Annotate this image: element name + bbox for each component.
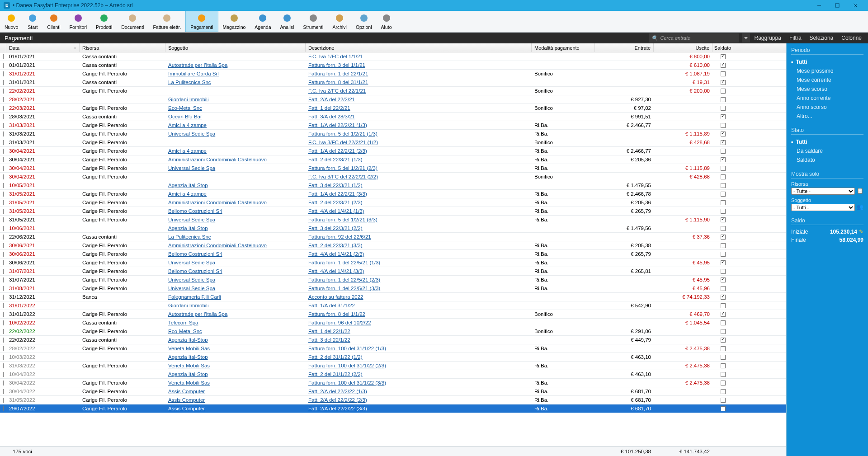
soggetto-picker-icon[interactable]: 👥 <box>857 204 863 210</box>
table-row[interactable]: 30/04/2022Carige Fil. PeraroloVeneta Mob… <box>0 379 786 387</box>
descrizione-link[interactable]: Fatt. 3/A del 28/3/21 <box>308 114 355 119</box>
row-checkbox[interactable] <box>3 320 4 325</box>
toolbar-prodotti[interactable]: Prodotti <box>91 11 117 32</box>
row-checkbox[interactable] <box>3 166 4 171</box>
row-checkbox[interactable] <box>3 252 4 257</box>
descrizione-link[interactable]: Fattura forn. 5 del 1/2/21 (1/3) <box>308 131 377 136</box>
col-soggetto[interactable]: Soggetto <box>165 43 306 52</box>
table-row[interactable]: 10/04/2022Agenzia Ital-StopFatt. 2 del 3… <box>0 370 786 379</box>
soggetto-link[interactable]: Giordani Immobili <box>168 303 208 308</box>
descrizione-link[interactable]: Fattura forn. 100 del 31/1/22 (1/3) <box>308 346 386 351</box>
saldato-checkbox[interactable] <box>721 235 726 240</box>
row-checkbox[interactable] <box>3 303 4 308</box>
soggetto-link[interactable]: Amici a 4 zampe <box>168 191 207 197</box>
row-checkbox[interactable] <box>3 63 4 68</box>
soggetto-link[interactable]: Universal Sedie Spa <box>168 286 215 291</box>
col-descrizione[interactable]: Descrizione <box>306 43 532 52</box>
sectionlink-filtra[interactable]: Filtra <box>789 35 802 41</box>
descrizione-link[interactable]: Fattura forn. 1 del 22/1/21 <box>308 71 368 76</box>
soggetto-link[interactable]: Falegnameria F.lli Carli <box>168 294 221 300</box>
saldato-checkbox[interactable] <box>721 97 726 102</box>
col-modalita[interactable]: Modalità pagamento <box>532 43 595 52</box>
row-checkbox[interactable] <box>3 312 4 317</box>
toolbar-nuovo[interactable]: Nuovo <box>0 11 23 32</box>
saldato-checkbox[interactable] <box>721 157 726 162</box>
table-row[interactable]: 10/02/2022Cassa contantiTelecom SpaFattu… <box>0 319 786 327</box>
table-row[interactable]: 30/06/2021Carige Fil. PeraroloUniversal … <box>0 259 786 267</box>
descrizione-link[interactable]: Fattura forn. 92 del 22/6/21 <box>308 234 371 240</box>
table-row[interactable]: 31/01/2022Giordani ImmobiliFatt. 1/A del… <box>0 301 786 310</box>
filter-item-saldato[interactable]: Saldato <box>791 155 863 165</box>
saldato-checkbox[interactable] <box>721 355 726 360</box>
sectionlink-colonne[interactable]: Colonne <box>841 35 862 41</box>
row-checkbox[interactable] <box>3 192 4 197</box>
descrizione-link[interactable]: Fattura forn. 1 del 22/5/21 (3/3) <box>308 286 380 291</box>
descrizione-link[interactable]: Fattura forn. 1 del 22/5/21 (1/3) <box>308 260 380 265</box>
saldato-checkbox[interactable] <box>721 260 726 265</box>
row-checkbox[interactable] <box>3 114 4 119</box>
saldato-checkbox[interactable] <box>721 114 726 119</box>
descrizione-link[interactable]: Fatt. 1 del 22/1/22 <box>308 329 350 334</box>
saldato-checkbox[interactable] <box>721 312 726 317</box>
saldato-checkbox[interactable] <box>721 54 726 59</box>
table-row[interactable]: 31/01/2021Cassa contantiLa Pulitecnica S… <box>0 78 786 87</box>
toolbar-aiuto[interactable]: Aiuto <box>377 11 396 32</box>
soggetto-link[interactable]: Eco-Metal Snc <box>168 105 202 111</box>
toolbar-pagamenti[interactable]: Pagamenti <box>185 11 218 32</box>
saldato-checkbox[interactable] <box>721 406 726 411</box>
soggetto-link[interactable]: Ocean Blu Bar <box>168 114 202 119</box>
col-entrate[interactable]: Entrate <box>595 43 654 52</box>
saldato-checkbox[interactable] <box>721 389 726 394</box>
table-row[interactable]: 22/02/2022Carige Fil. PeraroloEco-Metal … <box>0 327 786 336</box>
saldato-checkbox[interactable] <box>721 200 726 205</box>
row-checkbox[interactable] <box>3 140 4 145</box>
col-risorsa[interactable]: Risorsa <box>80 43 165 52</box>
row-checkbox[interactable] <box>3 97 4 102</box>
descrizione-link[interactable]: Fatt. 1 del 22/2/21 <box>308 105 350 111</box>
table-row[interactable]: 22/02/2021Carige Fil. PeraroloF.C. Iva 2… <box>0 87 786 95</box>
table-row[interactable]: 31/07/2021Carige Fil. PeraroloBellomo Co… <box>0 267 786 276</box>
descrizione-link[interactable]: Fatt. 2/A del 22/2/22 (3/3) <box>308 406 367 411</box>
grid-body[interactable]: 01/01/2021Cassa contantiF.C. Iva 1/FC de… <box>0 52 786 446</box>
row-checkbox[interactable] <box>3 286 4 291</box>
saldato-checkbox[interactable] <box>721 106 726 111</box>
saldato-checkbox[interactable] <box>721 286 726 291</box>
table-row[interactable]: 31/08/2021Carige Fil. PeraroloUniversal … <box>0 284 786 293</box>
soggetto-link[interactable]: Bellomo Costruzioni Srl <box>168 251 222 257</box>
row-checkbox[interactable] <box>3 174 4 179</box>
table-row[interactable]: 30/04/2022Carige Fil. PeraroloAssis Comp… <box>0 387 786 396</box>
soggetto-link[interactable]: Assis Computer <box>168 406 205 411</box>
table-row[interactable]: 31/05/2021Carige Fil. PeraroloBellomo Co… <box>0 207 786 216</box>
filter-item-tutti[interactable]: Tutti <box>791 137 863 146</box>
table-row[interactable]: 10/05/2021Agenzia Ital-StopFatt. 3 del 2… <box>0 181 786 190</box>
table-row[interactable]: 31/01/2021Carige Fil. PeraroloImmobiliar… <box>0 70 786 78</box>
table-row[interactable]: 31/03/2021Carige Fil. PeraroloUniversal … <box>0 130 786 138</box>
soggetto-link[interactable]: Immobiliare Garda Srl <box>168 71 219 76</box>
table-row[interactable]: 31/05/2021Carige Fil. PeraroloAmministra… <box>0 198 786 207</box>
close-button[interactable] <box>846 0 864 11</box>
table-row[interactable]: 28/02/2021Giordani ImmobiliFatt. 2/A del… <box>0 95 786 104</box>
descrizione-link[interactable]: Fatt. 1/A del 22/2/21 (3/3) <box>308 191 367 197</box>
soggetto-link[interactable]: Telecom Spa <box>168 320 198 325</box>
soggetto-link[interactable]: Veneta Mobili Sas <box>168 363 210 368</box>
table-row[interactable]: 30/04/2021Carige Fil. PeraroloAmici a 4 … <box>0 147 786 155</box>
col-data[interactable]: Data▵ <box>6 43 80 52</box>
filter-item-annoscorso[interactable]: Anno scorso <box>791 103 863 112</box>
soggetto-link[interactable]: Bellomo Costruzioni Srl <box>168 268 222 274</box>
saldato-checkbox[interactable] <box>721 123 726 128</box>
soggetto-link[interactable]: Veneta Mobili Sas <box>168 380 210 385</box>
table-row[interactable]: 31/03/2022Carige Fil. PeraroloVeneta Mob… <box>0 362 786 370</box>
table-row[interactable]: 01/01/2021Cassa contantiF.C. Iva 1/FC de… <box>0 52 786 61</box>
descrizione-link[interactable]: Fatt. 2 del 22/3/21 (1/3) <box>308 157 363 162</box>
toolbar-magazzino[interactable]: Magazzino <box>218 11 250 32</box>
table-row[interactable]: 30/04/2021Carige Fil. PeraroloF.C. Iva 3… <box>0 173 786 181</box>
saldato-checkbox[interactable] <box>721 398 726 403</box>
row-checkbox[interactable] <box>3 106 4 111</box>
descrizione-link[interactable]: Fattura forn. 96 del 10/2/22 <box>308 320 371 325</box>
saldato-checkbox[interactable] <box>721 346 726 351</box>
row-checkbox[interactable] <box>3 123 4 128</box>
row-checkbox[interactable] <box>3 157 4 162</box>
search-dropdown-button[interactable] <box>742 33 750 42</box>
row-checkbox[interactable] <box>3 355 4 360</box>
descrizione-link[interactable]: F.C. Iva 1/FC del 1/1/21 <box>308 54 363 59</box>
